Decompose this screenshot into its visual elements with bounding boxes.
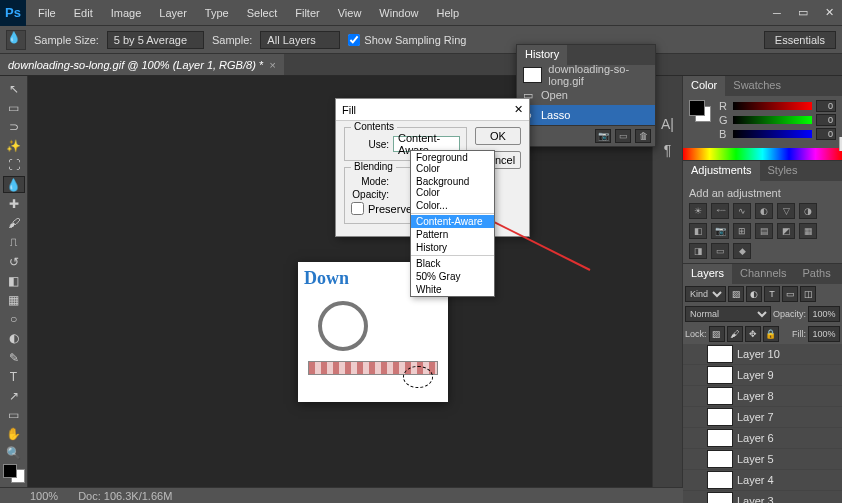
layer-row[interactable]: Layer 8 bbox=[683, 386, 842, 407]
dropdown-option[interactable]: History bbox=[411, 241, 494, 254]
ok-button[interactable]: OK bbox=[475, 127, 521, 145]
dropdown-option[interactable]: White bbox=[411, 283, 494, 296]
workspace-switcher[interactable]: Essentials bbox=[764, 31, 836, 49]
shape-tool[interactable]: ▭ bbox=[3, 406, 25, 423]
delete-state-icon[interactable]: 🗑 bbox=[635, 129, 651, 143]
g-slider[interactable] bbox=[733, 116, 812, 124]
dropdown-option-selected[interactable]: Content-Aware bbox=[411, 215, 494, 228]
vibrance-icon[interactable]: ▽ bbox=[777, 203, 795, 219]
menu-select[interactable]: Select bbox=[239, 3, 286, 23]
exposure-icon[interactable]: ◐ bbox=[755, 203, 773, 219]
brush-tool[interactable]: 🖌 bbox=[3, 215, 25, 232]
lock-position-icon[interactable]: ✥ bbox=[745, 326, 761, 342]
menu-edit[interactable]: Edit bbox=[66, 3, 101, 23]
r-slider[interactable] bbox=[733, 102, 812, 110]
close-tab-icon[interactable]: × bbox=[269, 59, 275, 71]
curves-icon[interactable]: ∿ bbox=[733, 203, 751, 219]
history-tab[interactable]: History bbox=[517, 45, 567, 65]
colormap-icon[interactable]: ▤ bbox=[755, 223, 773, 239]
fill-value[interactable]: 100% bbox=[808, 326, 840, 342]
stamp-tool[interactable]: ⎍ bbox=[3, 234, 25, 251]
dropdown-option[interactable]: Black bbox=[411, 257, 494, 270]
para-panel-icon[interactable]: ¶ bbox=[664, 142, 672, 158]
photo-filter-icon[interactable]: 📷 bbox=[711, 223, 729, 239]
zoom-tool[interactable]: 🔍 bbox=[3, 445, 25, 462]
color-tab[interactable]: Color bbox=[683, 76, 725, 96]
filter-pixel-icon[interactable]: ▨ bbox=[728, 286, 744, 302]
menu-window[interactable]: Window bbox=[371, 3, 426, 23]
swatches-tab[interactable]: Swatches bbox=[725, 76, 789, 96]
layer-row[interactable]: Layer 3 bbox=[683, 491, 842, 503]
crop-tool[interactable]: ⛶ bbox=[3, 157, 25, 174]
layer-row[interactable]: Layer 4 bbox=[683, 470, 842, 491]
doc-size[interactable]: Doc: 106.3K/1.66M bbox=[78, 490, 172, 502]
show-sampling-ring-checkbox[interactable] bbox=[348, 34, 360, 46]
history-item[interactable]: ⊃ Lasso bbox=[517, 105, 655, 125]
paths-tab[interactable]: Paths bbox=[795, 264, 839, 284]
menu-help[interactable]: Help bbox=[428, 3, 467, 23]
gradient-tool[interactable]: ▦ bbox=[3, 291, 25, 308]
lock-pixels-icon[interactable]: 🖌 bbox=[727, 326, 743, 342]
hue-icon[interactable]: ◑ bbox=[799, 203, 817, 219]
lock-all-icon[interactable]: 🔒 bbox=[763, 326, 779, 342]
menu-type[interactable]: Type bbox=[197, 3, 237, 23]
color-preview[interactable] bbox=[689, 100, 713, 124]
minimize-button[interactable]: ─ bbox=[764, 3, 790, 23]
posterize-icon[interactable]: ▦ bbox=[799, 223, 817, 239]
filter-type-icon[interactable]: T bbox=[764, 286, 780, 302]
dropdown-option[interactable]: 50% Gray bbox=[411, 270, 494, 283]
marquee-tool[interactable]: ▭ bbox=[3, 99, 25, 116]
layers-tab[interactable]: Layers bbox=[683, 264, 732, 284]
blur-tool[interactable]: ○ bbox=[3, 311, 25, 328]
brightness-icon[interactable]: ☀ bbox=[689, 203, 707, 219]
history-snapshot[interactable]: downloading-so-long.gif bbox=[517, 65, 655, 85]
foreground-background-colors[interactable] bbox=[3, 464, 25, 483]
sample-size-select[interactable]: 5 by 5 Average bbox=[107, 31, 204, 49]
dialog-close-icon[interactable]: ✕ bbox=[514, 103, 523, 116]
preserve-checkbox[interactable] bbox=[351, 202, 364, 215]
levels-icon[interactable]: ⬳ bbox=[711, 203, 729, 219]
move-tool[interactable]: ↖ bbox=[3, 80, 25, 97]
history-brush-tool[interactable]: ↺ bbox=[3, 253, 25, 270]
camera-icon[interactable]: 📷 bbox=[595, 129, 611, 143]
layer-row[interactable]: Layer 7 bbox=[683, 407, 842, 428]
new-snapshot-icon[interactable]: ▭ bbox=[615, 129, 631, 143]
layer-row[interactable]: Layer 9 bbox=[683, 365, 842, 386]
adjustments-tab[interactable]: Adjustments bbox=[683, 161, 760, 181]
menu-file[interactable]: File bbox=[30, 3, 64, 23]
healing-tool[interactable]: ✚ bbox=[3, 195, 25, 212]
hand-tool[interactable]: ✋ bbox=[3, 426, 25, 443]
layer-row[interactable]: Layer 6 bbox=[683, 428, 842, 449]
dropdown-option[interactable]: Background Color bbox=[411, 175, 494, 199]
bw-icon[interactable]: ◧ bbox=[689, 223, 707, 239]
styles-tab[interactable]: Styles bbox=[760, 161, 806, 181]
layer-filter-kind[interactable]: Kind bbox=[685, 286, 726, 302]
filter-adj-icon[interactable]: ◐ bbox=[746, 286, 762, 302]
maximize-button[interactable]: ▭ bbox=[790, 3, 816, 23]
eyedropper-tool[interactable]: 💧 bbox=[3, 176, 25, 193]
dropdown-option[interactable]: Pattern bbox=[411, 228, 494, 241]
filter-smart-icon[interactable]: ◫ bbox=[800, 286, 816, 302]
channel-mixer-icon[interactable]: ⊞ bbox=[733, 223, 751, 239]
menu-view[interactable]: View bbox=[330, 3, 370, 23]
char-panel-icon[interactable]: A| bbox=[661, 116, 674, 132]
threshold-icon[interactable]: ◨ bbox=[689, 243, 707, 259]
current-tool-icon[interactable]: 💧 bbox=[6, 30, 26, 50]
opacity-value[interactable]: 100% bbox=[808, 306, 840, 322]
eraser-tool[interactable]: ◧ bbox=[3, 272, 25, 289]
sample-select[interactable]: All Layers bbox=[260, 31, 340, 49]
hue-strip[interactable] bbox=[683, 148, 842, 160]
selective-color-icon[interactable]: ◆ bbox=[733, 243, 751, 259]
lasso-tool[interactable]: ⊃ bbox=[3, 118, 25, 135]
type-tool[interactable]: T bbox=[3, 368, 25, 385]
b-slider[interactable] bbox=[733, 130, 812, 138]
magic-wand-tool[interactable]: ✨ bbox=[3, 138, 25, 155]
pen-tool[interactable]: ✎ bbox=[3, 349, 25, 366]
menu-filter[interactable]: Filter bbox=[287, 3, 327, 23]
invert-icon[interactable]: ◩ bbox=[777, 223, 795, 239]
layer-row[interactable]: Layer 5 bbox=[683, 449, 842, 470]
g-value[interactable]: 0 bbox=[816, 114, 836, 126]
gradient-map-icon[interactable]: ▭ bbox=[711, 243, 729, 259]
r-value[interactable]: 0 bbox=[816, 100, 836, 112]
menu-layer[interactable]: Layer bbox=[151, 3, 195, 23]
